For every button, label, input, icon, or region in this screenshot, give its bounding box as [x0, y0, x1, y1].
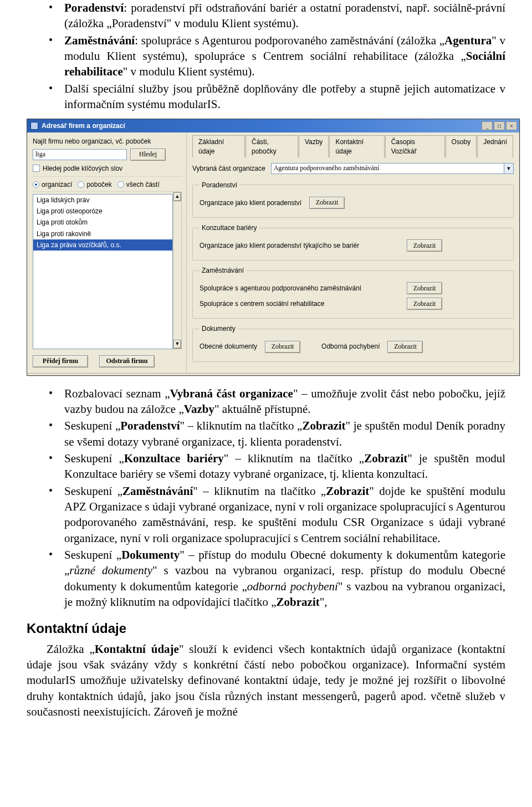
tab-zakladni-udaje[interactable]: Základní údaje: [192, 135, 245, 157]
radio-icon: [33, 181, 39, 188]
group-legend: Poradenství: [200, 181, 239, 190]
zobrazit-button[interactable]: Zobrazit: [309, 197, 345, 209]
right-pane: Základní údaje Části, pobočky Vazby Kont…: [187, 132, 519, 372]
group-row-text: Obecné dokumenty: [200, 342, 257, 351]
bullet-item: Rozbalovací seznam „Vybraná část organiz…: [49, 386, 505, 417]
scope-radio-pobocek[interactable]: poboček: [78, 180, 111, 189]
list-scrollbar[interactable]: ▲ ▼: [173, 192, 182, 349]
maximize-button[interactable]: □: [494, 121, 505, 130]
zobrazit-button[interactable]: Zobrazit: [265, 341, 300, 353]
list-item-selected[interactable]: Liga za práva vozíčkářů, o.s.: [33, 239, 172, 251]
scroll-down-icon[interactable]: ▼: [173, 340, 181, 349]
close-button[interactable]: ×: [506, 121, 517, 130]
list-item[interactable]: Liga proti otokům: [33, 217, 172, 228]
group-legend: Konzultace bariéry: [200, 223, 259, 232]
top-bullet-list: Poradenství: poradenství při odstraňován…: [27, 0, 505, 112]
tab-casopis-vozickar[interactable]: Časopis Vozíčkář: [385, 135, 445, 157]
part-combo[interactable]: ▼: [271, 163, 514, 174]
bullet-item: Zaměstnávání: spolupráce s Agenturou pod…: [49, 33, 505, 80]
search-label: Najít firmu nebo organizaci, vč. poboček: [33, 137, 182, 146]
tab-jednani[interactable]: Jednání: [477, 135, 513, 157]
zobrazit-button[interactable]: Zobrazit: [407, 282, 442, 294]
keywords-checkbox[interactable]: Hledej podle klíčových slov: [33, 164, 122, 173]
scope-radio-vsech-casti[interactable]: všech částí: [117, 180, 160, 189]
group-zamestnavani: Zaměstnávání Spolupráce s agenturou podp…: [192, 266, 514, 319]
part-label: Vybraná část organizace: [192, 164, 265, 173]
add-firm-button[interactable]: Přidej firmu: [33, 355, 88, 367]
group-row-text: Organizace jako klient poradenství týkaj…: [200, 241, 399, 250]
zobrazit-button[interactable]: Zobrazit: [387, 341, 423, 353]
window-title: Adresář firem a organizací: [42, 121, 482, 130]
left-pane: Najít firmu nebo organizaci, vč. poboček…: [27, 132, 187, 372]
scope-radiogroup: organizací poboček všech částí: [33, 176, 182, 192]
list-item[interactable]: Liga proti rakovině: [33, 228, 172, 239]
tab-kontaktni-udaje[interactable]: Kontaktní údaje: [329, 135, 384, 157]
group-row-text: Spolupráce s centrem sociální rehabilita…: [200, 299, 399, 308]
radio-icon: [78, 181, 84, 188]
group-dokumenty: Dokumenty Obecné dokumenty Zobrazit Odbo…: [192, 324, 514, 361]
title-bar: Adresář firem a organizací _ □ ×: [27, 119, 519, 132]
chevron-down-icon[interactable]: ▼: [504, 163, 514, 174]
app-icon: [30, 122, 38, 130]
tab-osoby[interactable]: Osoby: [446, 135, 477, 157]
checkbox-icon: [33, 165, 40, 172]
group-legend: Dokumenty: [200, 324, 238, 333]
scope-radio-organizaci[interactable]: organizací: [33, 180, 72, 189]
group-row-text: Organizace jako klient poradenství: [200, 198, 301, 207]
part-combo-input[interactable]: [271, 163, 504, 174]
zobrazit-button[interactable]: Zobrazit: [407, 298, 442, 310]
remove-firm-button[interactable]: Odstraň firmu: [99, 355, 155, 367]
tab-strip: Základní údaje Části, pobočky Vazby Kont…: [192, 135, 514, 157]
bullet-item: Další speciální služby jsou průběžně dop…: [49, 81, 505, 113]
bullet-item: Poradenství: poradenství při odstraňován…: [49, 0, 505, 32]
group-row-text: Odborná pochybení: [321, 342, 380, 351]
section-heading-kontaktni-udaje: Kontaktní údaje: [27, 620, 505, 637]
radio-icon: [117, 181, 124, 188]
results-list[interactable]: Liga lidských práv Liga proti osteoporóz…: [33, 194, 173, 349]
tab-casti-pobocky[interactable]: Části, pobočky: [245, 135, 298, 157]
search-input[interactable]: [33, 149, 127, 160]
tab-vazby[interactable]: Vazby: [299, 135, 329, 157]
bullet-item: Seskupení „Zaměstnávání" – kliknutím na …: [49, 483, 505, 546]
group-konzultace-bariery: Konzultace bariéry Organizace jako klien…: [192, 223, 514, 261]
bullet-item: Seskupení „Poradenství" – kliknutím na t…: [49, 418, 505, 450]
bullet-item: Seskupení „Konzultace bariéry" – kliknut…: [49, 451, 505, 482]
app-window: Adresář firem a organizací _ □ × Najít f…: [27, 119, 520, 375]
mid-bullet-list: Rozbalovací seznam „Vybraná část organiz…: [27, 386, 505, 610]
group-poradenstvi: Poradenství Organizace jako klient porad…: [192, 181, 514, 218]
group-legend: Zaměstnávání: [200, 266, 246, 275]
zobrazit-button[interactable]: Zobrazit: [407, 239, 442, 252]
bullet-item: Seskupení „Dokumenty" – přístup do modul…: [49, 547, 505, 610]
scroll-up-icon[interactable]: ▲: [173, 192, 181, 201]
minimize-button[interactable]: _: [482, 121, 493, 130]
list-item[interactable]: Liga lidských práv: [33, 195, 172, 206]
group-row-text: Spolupráce s agenturou podporovaného zam…: [200, 284, 399, 293]
closing-paragraph: Záložka „Kontaktní údaje" slouží k evide…: [27, 641, 505, 720]
status-bar: [27, 373, 519, 375]
search-button[interactable]: Hledej: [130, 149, 166, 161]
list-item[interactable]: Liga proti osteoporóze: [33, 206, 172, 217]
